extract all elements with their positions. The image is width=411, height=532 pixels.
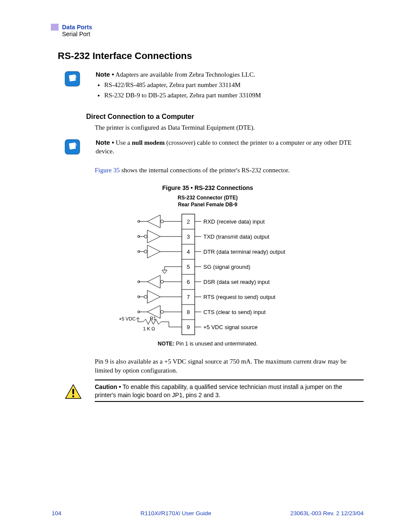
footer-center: R110Xi/R170Xi User Guide — [140, 510, 211, 516]
pin-label: SG (signal ground) — [203, 264, 250, 270]
sub-heading: Direct Connection to a Computer — [86, 113, 364, 121]
svg-marker-27 — [162, 270, 167, 274]
pin-number: 6 — [187, 279, 190, 285]
vdc-label: +5 VDC — [119, 316, 136, 321]
header-section: Data Ports — [62, 24, 364, 31]
svg-marker-10 — [147, 215, 160, 228]
rs232-diagram: +5 VDC R1 1 K Ω 2RXD (receive data) inpu… — [52, 210, 364, 339]
pin-label: DTR (data terminal ready) output — [203, 249, 285, 255]
pin-number: 4 — [187, 249, 190, 255]
svg-point-34 — [144, 296, 147, 299]
bullet-item: RS-422/RS-485 adapter, Zebra part number… — [104, 81, 364, 89]
pin-number: 9 — [187, 324, 190, 330]
svg-point-21 — [144, 250, 147, 253]
pin-label: RTS (request to send) output — [203, 294, 276, 300]
svg-marker-28 — [147, 275, 160, 288]
caution-icon — [65, 384, 82, 399]
svg-marker-20 — [147, 245, 160, 258]
note-label: Note • — [96, 139, 114, 146]
page-footer: 104 R110Xi/R170Xi User Guide 23063L-003 … — [52, 510, 364, 516]
svg-marker-33 — [147, 290, 160, 303]
pin-number: 2 — [187, 218, 190, 225]
pin-label: RXD (receive data) input — [203, 218, 265, 225]
pin-label: DSR (data set ready) input — [203, 279, 270, 285]
figure-reference-para: Figure 35 shows the internal connections… — [95, 166, 364, 175]
note-pre: Use a — [114, 139, 132, 146]
page-header: Data Ports Serial Port — [52, 24, 364, 37]
svg-rect-56 — [72, 395, 74, 397]
caution-label: Caution • — [95, 383, 121, 390]
svg-marker-15 — [147, 230, 160, 243]
r1-value: 1 K Ω — [143, 326, 155, 331]
figure-subcaption: RS-232 Connector (DTE)Rear Panel Female … — [52, 195, 364, 208]
note-bullets: RS-422/RS-485 adapter, Zebra part number… — [96, 81, 364, 100]
note-block-2: Note • Use a null modem (crossover) cabl… — [65, 138, 364, 156]
svg-point-11 — [161, 220, 164, 223]
pin-number: 3 — [187, 233, 190, 240]
body-paragraph: The printer is configured as Data Termin… — [95, 123, 364, 132]
caution-rule-bottom — [95, 401, 364, 402]
pin-number: 5 — [187, 264, 190, 270]
pin-label: CTS (clear to send) input — [203, 309, 266, 315]
header-subsection: Serial Port — [62, 31, 364, 37]
svg-point-29 — [161, 280, 164, 283]
r1-label: R1 — [150, 316, 156, 321]
diagram-note: NOTE: Pin 1 is unused and unterminated. — [52, 341, 364, 347]
pin-label: TXD (transmit data) output — [203, 233, 270, 240]
svg-rect-55 — [72, 389, 74, 394]
figure-caption: Figure 35 • RS-232 Connections — [52, 184, 364, 191]
pin9-paragraph: Pin 9 is also available as a +5 VDC sign… — [95, 357, 364, 375]
note-label: Note • — [96, 71, 114, 78]
caution-rule-top — [95, 380, 364, 380]
note-bold: null modem — [132, 139, 165, 146]
figure-link[interactable]: Figure 35 — [95, 167, 120, 174]
bullet-item: RS-232 DB-9 to DB-25 adapter, Zebra part… — [104, 91, 364, 100]
pin-label: +5 VDC signal source — [203, 324, 258, 330]
pin-number: 8 — [187, 309, 190, 315]
footer-right: 23063L-003 Rev. 2 12/23/04 — [290, 510, 364, 516]
pin-number: 7 — [187, 294, 190, 300]
note-text: Adapters are available from Zebra Techno… — [114, 71, 255, 78]
note-icon — [65, 71, 80, 87]
caution-text: To enable this capability, a qualified s… — [95, 383, 342, 398]
footer-page-number: 104 — [52, 510, 62, 516]
note-icon — [65, 139, 80, 155]
main-heading: RS-232 Interface Connections — [58, 50, 364, 62]
header-accent — [51, 24, 59, 31]
caution-block: Caution • To enable this capability, a q… — [65, 380, 364, 402]
svg-point-39 — [161, 311, 164, 314]
figure-ref-text: shows the internal connections of the pr… — [120, 167, 290, 174]
svg-point-16 — [144, 235, 147, 238]
note-block-1: Note • Adapters are available from Zebra… — [65, 70, 364, 101]
